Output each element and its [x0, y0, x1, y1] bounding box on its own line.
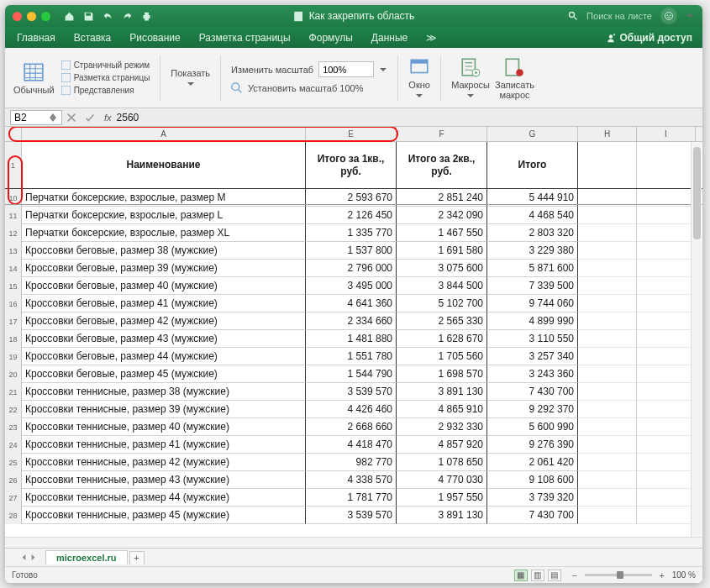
vertical-scrollbar[interactable] [691, 142, 702, 537]
normal-view-icon[interactable]: ▦ [514, 570, 528, 581]
cell-q2[interactable]: 5 102 700 [397, 295, 487, 312]
row-header[interactable]: 22 [5, 401, 22, 418]
cell-total[interactable]: 3 110 550 [487, 330, 578, 348]
macros-dropdown[interactable]: Макросы [451, 56, 490, 100]
cell-q1[interactable]: 982 770 [306, 454, 397, 471]
column-header[interactable]: E [306, 127, 397, 141]
row-header[interactable]: 17 [5, 312, 22, 330]
cell-q1[interactable]: 1 335 770 [306, 224, 397, 242]
cell-total[interactable]: 5 600 990 [487, 418, 578, 436]
cell-total[interactable]: 9 108 600 [487, 471, 578, 489]
cell-name[interactable]: Кроссовки беговые, размер 44 (мужские) [22, 348, 306, 365]
cell-q2[interactable]: 3 075 600 [397, 260, 487, 277]
select-all-corner[interactable] [5, 127, 22, 141]
user-account-icon[interactable] [660, 8, 677, 24]
row-header[interactable]: 13 [5, 242, 22, 260]
row-header[interactable]: 24 [5, 436, 22, 454]
cell-q2[interactable]: 3 891 130 [397, 383, 487, 401]
cell-name[interactable]: Кроссовки беговые, размер 40 (мужские) [22, 277, 306, 295]
cell-q2[interactable]: 2 565 330 [397, 312, 487, 330]
cell-q2[interactable]: 1 705 560 [397, 348, 487, 365]
cell-q1[interactable]: 1 781 770 [306, 489, 397, 507]
row-header[interactable]: 15 [5, 277, 22, 295]
cancel-icon[interactable] [66, 112, 77, 123]
page-layout-view-icon[interactable]: ▥ [531, 570, 544, 581]
search-icon[interactable] [568, 11, 578, 21]
row-header[interactable]: 12 [5, 224, 22, 242]
cell-name[interactable]: Перчатки боксерские, взрослые, размер L [22, 207, 306, 224]
enter-icon[interactable] [84, 112, 96, 123]
zoom-input[interactable] [318, 61, 374, 77]
fx-label[interactable]: fx [104, 113, 112, 123]
row-header[interactable]: 26 [5, 471, 22, 489]
column-header[interactable]: I [637, 127, 696, 141]
cell-total[interactable]: 3 739 320 [487, 489, 578, 507]
cell-q1[interactable]: 1 551 780 [306, 348, 397, 365]
cell-q2[interactable]: 1 691 580 [397, 242, 487, 260]
cell-q1[interactable]: 4 641 360 [306, 295, 397, 312]
cell-q2[interactable]: 1 698 570 [397, 365, 487, 383]
row-header[interactable]: 28 [5, 507, 22, 524]
tab-data[interactable]: Данные [371, 32, 408, 44]
print-icon[interactable] [141, 11, 152, 22]
sheet-prev-icon[interactable] [20, 554, 28, 561]
column-header[interactable]: A [22, 127, 306, 141]
cell-total[interactable]: 2 803 320 [487, 224, 578, 242]
cell-name[interactable]: Кроссовки теннисные, размер 43 (мужские) [22, 471, 306, 489]
close-icon[interactable] [13, 12, 22, 21]
cell-q1[interactable]: 4 426 460 [306, 401, 397, 418]
cell-q1[interactable]: 2 796 000 [306, 260, 397, 277]
cell-q2[interactable]: 2 342 090 [397, 207, 487, 224]
cell-name[interactable]: Кроссовки беговые, размер 45 (мужские) [22, 365, 306, 383]
redo-icon[interactable] [122, 11, 133, 22]
page-layout-view-button[interactable]: Разметка страницы [61, 73, 150, 82]
page-break-view-button[interactable]: Страничный режим [61, 60, 150, 70]
page-break-view-icon[interactable]: ▤ [548, 570, 561, 581]
zoom-percent[interactable]: 100 % [672, 570, 696, 580]
cell-name[interactable]: Кроссовки беговые, размер 43 (мужские) [22, 330, 306, 348]
row-header[interactable]: 23 [5, 418, 22, 436]
cell-q2[interactable]: 1 467 550 [397, 224, 487, 242]
chevron-down-icon[interactable] [686, 12, 694, 20]
cell-q1[interactable]: 3 539 570 [306, 383, 397, 401]
save-icon[interactable] [83, 11, 94, 22]
row-header[interactable]: 1 [5, 142, 22, 188]
cell-q2[interactable]: 2 932 330 [397, 418, 487, 436]
cell-q1[interactable]: 4 338 570 [306, 471, 397, 489]
zoom-slider[interactable]: − + 100 % [570, 570, 696, 580]
tab-draw[interactable]: Рисование [129, 32, 180, 44]
cell-total[interactable]: 7 339 500 [487, 277, 578, 295]
cell-total[interactable]: 9 744 060 [487, 295, 578, 312]
cell-name[interactable]: Кроссовки теннисные, размер 42 (мужские) [22, 454, 306, 471]
cell-header-name[interactable]: Наименование [22, 142, 306, 188]
show-dropdown[interactable]: Показать [171, 68, 210, 88]
window-dropdown[interactable]: Окно [408, 56, 430, 100]
cell-total[interactable]: 7 430 700 [487, 383, 578, 401]
column-header[interactable]: F [397, 127, 487, 141]
cell-name[interactable]: Кроссовки беговые, размер 42 (мужские) [22, 312, 306, 330]
cell-name[interactable]: Перчатки боксерские, взрослые, размер XL [22, 224, 306, 242]
cell-q2[interactable]: 1 078 650 [397, 454, 487, 471]
cell-q1[interactable]: 1 481 880 [306, 330, 397, 348]
zoom-100-button[interactable]: Установить масштаб 100% [231, 82, 387, 94]
cell-total[interactable]: 5 871 600 [487, 260, 578, 277]
cell-total[interactable]: 4 468 540 [487, 207, 578, 224]
view-normal-button[interactable]: Обычный [13, 61, 55, 95]
cell-q1[interactable]: 2 334 660 [306, 312, 397, 330]
name-box[interactable]: B2 [10, 110, 62, 125]
undo-icon[interactable] [103, 11, 113, 22]
row-header[interactable]: 14 [5, 260, 22, 277]
minimize-icon[interactable] [27, 12, 36, 21]
formula-input[interactable]: 2560 [117, 112, 139, 123]
column-header[interactable]: H [578, 127, 637, 141]
cell-total[interactable]: 9 292 370 [487, 401, 578, 418]
cell-header-q1[interactable]: Итого за 1кв., руб. [306, 142, 397, 188]
cell-name[interactable]: Кроссовки теннисные, размер 41 (мужские) [22, 436, 306, 454]
cell-name[interactable]: Кроссовки теннисные, размер 44 (мужские) [22, 489, 306, 507]
cell-q1[interactable]: 4 418 470 [306, 436, 397, 454]
cell-q2[interactable]: 3 891 130 [397, 507, 487, 524]
cell-q1[interactable]: 1 544 790 [306, 365, 397, 383]
cell-q1[interactable]: 3 495 000 [306, 277, 397, 295]
zoom-icon[interactable] [41, 12, 50, 21]
cell-name[interactable]: Кроссовки беговые, размер 38 (мужские) [22, 242, 306, 260]
